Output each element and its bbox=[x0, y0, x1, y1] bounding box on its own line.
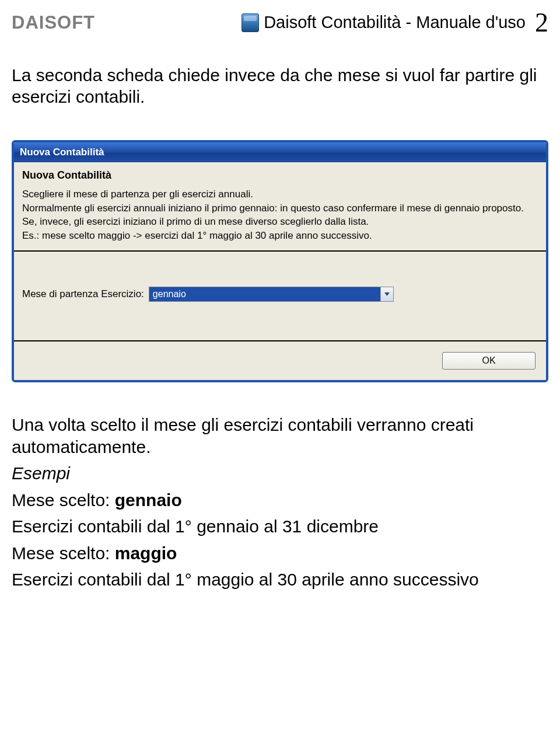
example-maggio-label: Mese scelto: maggio bbox=[12, 542, 548, 564]
dialog-titlebar: Nuova Contabilità bbox=[14, 142, 546, 162]
mese-scelto-prefix-2: Mese scelto: bbox=[12, 543, 115, 563]
field-row-mese-partenza: Mese di partenza Esercizio: gennaio bbox=[14, 283, 546, 305]
mese-maggio: maggio bbox=[115, 543, 177, 563]
example-gennaio-line: Esercizi contabili dal 1° gennaio al 31 … bbox=[12, 515, 548, 538]
example-gennaio-label: Mese scelto: gennaio bbox=[12, 489, 548, 511]
dialog-instruction-3: Se, invece, gli esercizi iniziano il pri… bbox=[22, 215, 538, 228]
page-number: 2 bbox=[535, 7, 548, 38]
mese-partenza-dropdown[interactable]: gennaio bbox=[149, 287, 394, 302]
page-header: DAISOFT Daisoft Contabilità - Manuale d'… bbox=[12, 7, 548, 38]
intro-paragraph: La seconda scheda chiede invece da che m… bbox=[12, 65, 548, 107]
brand-logo-text: DAISOFT bbox=[12, 12, 95, 33]
example-maggio-line: Esercizi contabili dal 1° maggio al 30 a… bbox=[12, 569, 548, 591]
dialog-nuova-contabilita: Nuova Contabilità Nuova Contabilità Sceg… bbox=[12, 140, 548, 382]
mese-partenza-value: gennaio bbox=[149, 287, 380, 301]
field-label-mese-partenza: Mese di partenza Esercizio: bbox=[22, 288, 144, 300]
mese-scelto-prefix: Mese scelto: bbox=[12, 490, 115, 510]
esempi-heading: Esempi bbox=[12, 462, 548, 484]
dialog-heading: Nuova Contabilità bbox=[22, 169, 538, 182]
dialog-instruction-4: Es.: mese scelto maggio -> esercizi dal … bbox=[22, 229, 538, 242]
app-icon bbox=[242, 13, 259, 32]
chevron-down-icon bbox=[384, 292, 390, 296]
post-paragraph-1: Una volta scelto il mese gli esercizi co… bbox=[12, 414, 548, 458]
dropdown-button[interactable] bbox=[380, 287, 393, 301]
header-right: Daisoft Contabilità - Manuale d'uso 2 bbox=[242, 7, 548, 38]
dialog-instruction-1: Scegliere il mese di partenza per gli es… bbox=[22, 187, 538, 201]
mese-gennaio: gennaio bbox=[115, 490, 182, 510]
document-title: Daisoft Contabilità - Manuale d'uso bbox=[264, 13, 526, 32]
ok-button[interactable]: OK bbox=[442, 352, 536, 370]
dialog-instruction-2: Normalmente gli esercizi annuali inizian… bbox=[22, 201, 538, 215]
